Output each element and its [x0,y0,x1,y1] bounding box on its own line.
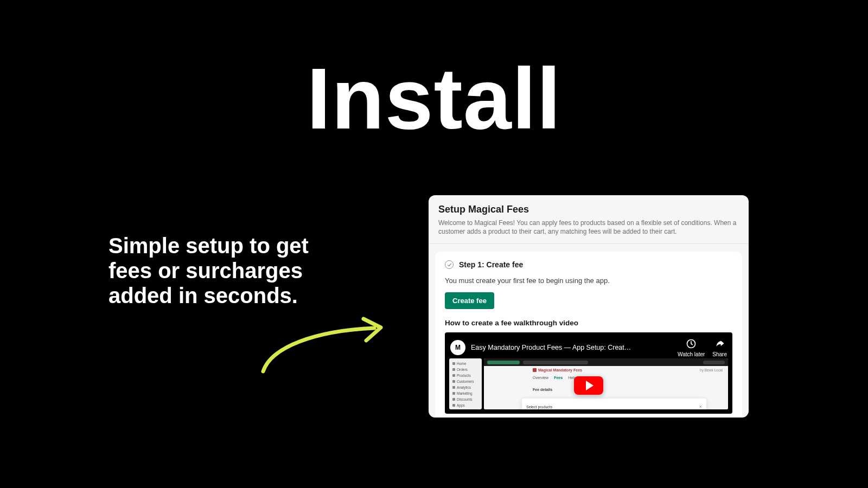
setup-panel: Setup Magical Fees Welcome to Magical Fe… [429,195,749,418]
video-label: How to create a fee walkthrough video [445,319,732,327]
step-title: Step 1: Create fee [459,260,523,269]
watch-later-label: Watch later [678,351,705,357]
divider [429,243,749,244]
mini-app-preview: Magical Mandatory Fees by Bewk Local Ove… [484,358,728,409]
panel-title: Setup Magical Fees [438,204,739,215]
hero-tagline: Simple setup to get fees or surcharges a… [108,233,326,308]
channel-avatar-icon: M [450,340,465,355]
step-description: You must create your first fee to begin … [445,277,732,285]
clock-icon [685,338,697,350]
share-label: Share [712,351,727,357]
panel-description: Welcome to Magical Fees! You can apply f… [438,219,739,236]
create-fee-button[interactable]: Create fee [445,292,494,309]
mini-section-label: Fee details [533,388,552,391]
step-card: Step 1: Create fee You must create your … [435,252,742,418]
share-icon [714,338,726,350]
mini-sidebar: Home Orders Products Customers Analytics… [449,358,482,409]
play-button[interactable] [574,376,603,395]
mini-modal: Select products × [522,399,706,409]
play-icon [586,381,593,390]
video-title: Easy Mandatory Product Fees — App Setup:… [471,344,672,351]
mini-by-line: by Bewk Local [700,368,723,372]
share-button[interactable]: Share [712,338,727,357]
watch-later-button[interactable]: Watch later [678,338,705,357]
mini-app-title: Magical Mandatory Fees [538,368,582,372]
arrow-icon [255,314,391,380]
close-icon: × [699,404,702,409]
check-circle-icon [445,260,454,269]
walkthrough-video[interactable]: M Easy Mandatory Product Fees — App Setu… [445,332,732,414]
hero-headline: Install [0,49,868,149]
